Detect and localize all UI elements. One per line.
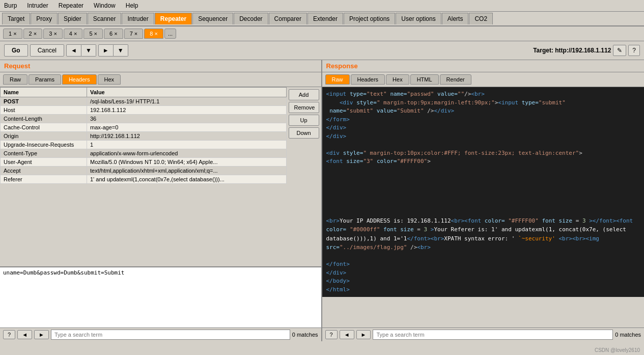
resp-line-body-close: </body> [326,277,640,286]
remove-button[interactable]: Remove [289,102,319,113]
go-button[interactable]: Go [4,44,28,57]
tab-target[interactable]: Target [2,13,30,24]
forward-dropdown[interactable]: ▼ [114,44,128,57]
main-area: Request Raw Params Headers Hex Name Valu… [0,60,644,341]
resp-tab-html[interactable]: HTML [410,74,439,85]
menu-repeater[interactable]: Repeater [57,1,86,10]
req-tab-params[interactable]: Params [29,74,61,85]
req-tab-raw[interactable]: Raw [3,74,27,85]
resp-search-help[interactable]: ? [325,330,338,339]
rep-tab-2[interactable]: 2 × [23,29,43,39]
tab-comparer[interactable]: Comparer [269,13,307,24]
response-search-input[interactable] [373,330,613,340]
response-body: <input type="text" name="passwd" value="… [322,87,645,297]
down-button[interactable]: Down [289,127,319,139]
header-name-cell: Upgrade-Insecure-Requests [1,141,87,149]
header-value-cell: 36 [87,115,287,123]
resp-tab-raw[interactable]: Raw [325,74,350,85]
request-sub-tabs: Raw Params Headers Hex [0,72,321,87]
header-name-cell: Referer [1,175,87,184]
add-button[interactable]: Add [289,89,319,100]
resp-line-7: <div style=" margin-top:10px;color:#FFF;… [326,149,640,158]
resp-line-html-close: </html> [326,286,640,294]
header-value-cell: Mozilla/5.0 (Windows NT 10.0; Win64; x64… [87,158,287,167]
nav-forward-group: ► ▼ [98,44,128,57]
response-panel: Response Raw Headers Hex HTML Render <in… [322,60,645,341]
req-search-help[interactable]: ? [3,330,15,339]
back-dropdown[interactable]: ▼ [81,44,96,57]
rep-tab-more[interactable]: ... [164,29,176,39]
rep-tab-1[interactable]: 1 × [3,29,22,39]
request-body-text: uname=Dumb&passwd=Dumb&submit=Submit [3,269,124,276]
resp-tab-render[interactable]: Render [440,74,471,85]
help-button[interactable]: ? [628,45,640,56]
req-search-next[interactable]: ► [34,330,49,339]
up-button[interactable]: Up [289,115,319,126]
table-row[interactable]: Cache-Controlmax-age=0 [1,123,287,132]
resp-blank-5 [326,191,640,200]
resp-tab-headers[interactable]: Headers [351,74,385,85]
resp-search-prev[interactable]: ◄ [340,330,354,339]
rep-tab-4[interactable]: 4 × [64,29,83,39]
headers-table-scroll[interactable]: Name Value POST/sql-labs/Less-19/ HTTP/1… [0,87,287,266]
menu-bar: Burp Intruder Repeater Window Help [0,0,644,12]
header-value-cell: 192.168.1.112 [87,106,287,115]
tab-scanner[interactable]: Scanner [88,13,122,24]
req-tab-headers[interactable]: Headers [62,74,97,85]
headers-table-wrapper: Name Value POST/sql-labs/Less-19/ HTTP/1… [0,87,321,266]
menu-burp[interactable]: Burp [2,1,19,10]
tab-proxy[interactable]: Proxy [31,13,58,24]
tab-co2[interactable]: CO2 [469,13,493,24]
resp-tab-hex[interactable]: Hex [386,74,409,85]
header-value-cell: application/x-www-form-urlencoded [87,149,287,158]
request-search-input[interactable] [51,330,290,340]
header-name-cell: Origin [1,132,87,141]
back-button[interactable]: ◄ [66,44,81,57]
response-title: Response [322,60,645,72]
table-row[interactable]: Upgrade-Insecure-Requests1 [1,141,287,149]
tab-alerts[interactable]: Alerts [442,13,469,24]
cancel-button[interactable]: Cancel [30,44,64,57]
request-body[interactable]: uname=Dumb&passwd=Dumb&submit=Submit [0,266,321,327]
edit-target-button[interactable]: ✎ [613,45,626,56]
side-buttons: Add Remove Up Down [287,87,321,266]
rep-tab-6[interactable]: 6 × [104,29,123,39]
tab-intruder[interactable]: Intruder [122,13,154,24]
tab-project-options[interactable]: Project options [344,13,395,24]
req-tab-hex[interactable]: Hex [98,74,121,85]
table-row[interactable]: Accepttext/html,application/xhtml+xml,ap… [1,167,287,175]
menu-intruder[interactable]: Intruder [25,1,50,10]
resp-result: <br>Your IP ADDRESS is: 192.168.1.112<br… [326,216,640,252]
rep-tab-8[interactable]: 8 × [144,29,163,39]
target-info: Target: http://192.168.1.112 ✎ ? [533,45,640,56]
table-row[interactable]: Content-Length36 [1,115,287,123]
tab-repeater[interactable]: Repeater [155,13,192,24]
response-content[interactable]: <input type="text" name="passwd" value="… [322,87,645,327]
table-row[interactable]: Content-Typeapplication/x-www-form-urlen… [1,149,287,158]
main-tab-bar: Target Proxy Spider Scanner Intruder Rep… [0,12,644,26]
rep-tab-3[interactable]: 3 × [43,29,63,39]
header-name-cell: Accept [1,167,87,175]
tab-sequencer[interactable]: Sequencer [192,13,233,24]
req-search-prev[interactable]: ◄ [17,330,32,339]
tab-spider[interactable]: Spider [58,13,87,24]
table-row[interactable]: Originhttp://192.168.1.112 [1,132,287,141]
tab-decoder[interactable]: Decoder [234,13,268,24]
request-matches: 0 matches [292,332,318,338]
table-row[interactable]: User-AgentMozilla/5.0 (Windows NT 10.0; … [1,158,287,167]
resp-search-next[interactable]: ► [356,330,371,339]
table-row[interactable]: Host192.168.1.112 [1,106,287,115]
table-row[interactable]: POST/sql-labs/Less-19/ HTTP/1.1 [1,97,287,106]
header-name-cell: Content-Length [1,115,87,123]
forward-button[interactable]: ► [98,44,114,57]
tab-extender[interactable]: Extender [307,13,343,24]
table-row[interactable]: Referer1' and updatexml(1,concat(0x7e,(s… [1,175,287,184]
rep-tab-5[interactable]: 5 × [83,29,103,39]
header-value-cell: http://192.168.1.112 [87,132,287,141]
resp-line-6: </div> [326,132,640,141]
header-name-cell: Host [1,106,87,115]
menu-help[interactable]: Help [124,1,141,10]
menu-window[interactable]: Window [92,1,118,10]
tab-user-options[interactable]: User options [396,13,441,24]
rep-tab-7[interactable]: 7 × [124,29,144,39]
